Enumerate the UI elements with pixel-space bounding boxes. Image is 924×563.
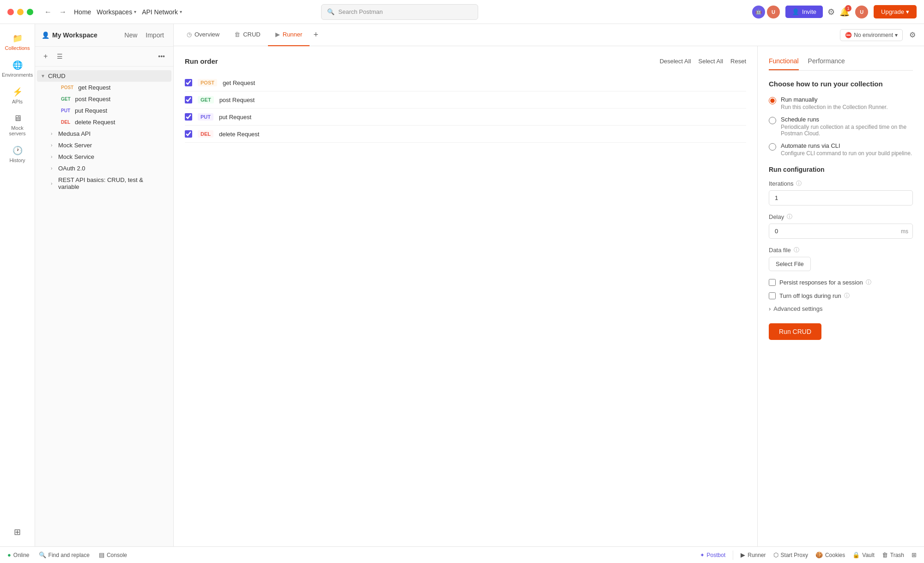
online-icon: ● bbox=[7, 551, 11, 558]
delay-group: Delay ⓘ ms bbox=[769, 213, 913, 239]
postbot-item[interactable]: ✦ Postbot bbox=[700, 552, 726, 558]
user-avatar[interactable]: U bbox=[854, 5, 869, 19]
config-tab-performance[interactable]: Performance bbox=[808, 57, 845, 70]
crud-tab-icon: 🗑 bbox=[234, 31, 240, 38]
data-file-info-icon[interactable]: ⓘ bbox=[794, 246, 799, 254]
radio-name-cli: Automate runs via CLI bbox=[781, 142, 912, 149]
persist-responses-group: Persist responses for a session ⓘ bbox=[769, 278, 913, 286]
tab-crud[interactable]: 🗑 CRUD bbox=[227, 24, 268, 46]
deselect-all-button[interactable]: Deselect All bbox=[660, 58, 691, 65]
online-status: ● Online bbox=[7, 551, 30, 558]
cookies-item[interactable]: 🍪 Cookies bbox=[815, 551, 845, 558]
radio-cli[interactable] bbox=[769, 143, 776, 151]
reset-button[interactable]: Reset bbox=[730, 58, 746, 65]
layout-item[interactable]: ⊞ bbox=[912, 551, 917, 558]
run-item-checkbox-4[interactable] bbox=[185, 130, 192, 138]
sidebar-item-environments[interactable]: 🌐 Environments bbox=[2, 56, 33, 81]
logs-info-icon[interactable]: ⓘ bbox=[844, 292, 850, 300]
tree-item-medusa-api[interactable]: › Medusa API bbox=[37, 128, 171, 139]
tree-item-oauth[interactable]: › OAuth 2.0 bbox=[37, 163, 171, 174]
radio-manual[interactable] bbox=[769, 97, 776, 104]
radio-text-schedule: Schedule runs Periodically run collectio… bbox=[781, 116, 913, 137]
delay-input[interactable] bbox=[769, 224, 913, 239]
runner-bottom-label: Runner bbox=[748, 552, 766, 558]
mock-servers-icon: 🖥 bbox=[13, 114, 22, 123]
iterations-info-icon[interactable]: ⓘ bbox=[796, 180, 802, 188]
radio-text-cli: Automate runs via CLI Configure CLI comm… bbox=[781, 142, 912, 157]
invite-icon: 👤 bbox=[792, 8, 799, 15]
select-file-button[interactable]: Select File bbox=[769, 257, 811, 271]
tree-item-put-request[interactable]: PUT put Request bbox=[37, 105, 171, 116]
minimize-button[interactable] bbox=[17, 9, 24, 15]
upgrade-button[interactable]: Upgrade ▾ bbox=[874, 5, 917, 18]
apis-label: APIs bbox=[12, 99, 23, 104]
search-bar[interactable]: 🔍 Search Postman bbox=[321, 4, 478, 20]
notifications-icon[interactable]: 🔔 1 bbox=[839, 7, 850, 17]
sidebar-item-collections[interactable]: 📁 Collections bbox=[2, 30, 33, 54]
sidebar-item-mock-servers[interactable]: 🖥 Mock servers bbox=[2, 110, 33, 140]
console-item[interactable]: ▤ Console bbox=[99, 551, 127, 558]
workspaces-nav[interactable]: Workspaces ▾ bbox=[97, 8, 136, 16]
radio-label-schedule[interactable]: Schedule runs Periodically run collectio… bbox=[769, 116, 913, 137]
search-placeholder: Search Postman bbox=[338, 8, 383, 15]
config-tab-functional[interactable]: Functional bbox=[769, 57, 799, 70]
tree-item-post-request[interactable]: GET post Request bbox=[37, 93, 171, 105]
method-badge-put: PUT bbox=[59, 108, 72, 114]
run-item-checkbox-2[interactable] bbox=[185, 96, 192, 103]
radio-label-cli[interactable]: Automate runs via CLI Configure CLI comm… bbox=[769, 142, 913, 157]
advanced-settings-link[interactable]: › Advanced settings bbox=[769, 305, 913, 312]
filter-button[interactable]: ☰ bbox=[54, 51, 66, 62]
run-crud-button[interactable]: Run CRUD bbox=[769, 323, 821, 340]
console-label: Console bbox=[107, 552, 127, 558]
home-nav[interactable]: Home bbox=[74, 8, 91, 16]
tree-item-mock-server[interactable]: › Mock Server bbox=[37, 139, 171, 151]
panel-toolbar: + ☰ ••• bbox=[35, 47, 173, 67]
sidebar-item-history[interactable]: 🕐 History bbox=[2, 142, 33, 167]
bottom-bar-right: ✦ Postbot ▶ Runner ⬡ Start Proxy 🍪 Cooki… bbox=[700, 551, 917, 560]
back-button[interactable]: ← bbox=[43, 6, 54, 18]
tree-item-rest-api-basics[interactable]: › REST API basics: CRUD, test & variable bbox=[37, 174, 171, 193]
env-settings-button[interactable]: ⚙ bbox=[906, 29, 918, 41]
tree-item-crud[interactable]: ▼ CRUD bbox=[37, 70, 171, 82]
radio-schedule[interactable] bbox=[769, 117, 776, 124]
delay-info-icon[interactable]: ⓘ bbox=[787, 213, 792, 221]
forward-button[interactable]: → bbox=[57, 6, 68, 18]
tree-item-label: REST API basics: CRUD, test & variable bbox=[58, 176, 165, 190]
tree-item-mock-service[interactable]: › Mock Service bbox=[37, 151, 171, 163]
start-proxy-item[interactable]: ⬡ Start Proxy bbox=[773, 551, 808, 558]
import-button[interactable]: Import bbox=[143, 30, 167, 41]
tab-overview[interactable]: ◷ Overview bbox=[179, 24, 227, 46]
maximize-button[interactable] bbox=[27, 9, 33, 15]
vault-icon: 🔒 bbox=[852, 551, 860, 558]
trash-item[interactable]: 🗑 Trash bbox=[882, 551, 904, 558]
persist-info-icon[interactable]: ⓘ bbox=[866, 278, 871, 286]
api-network-nav[interactable]: API Network ▾ bbox=[142, 8, 182, 16]
environment-selector[interactable]: ⛔ No environment ▾ bbox=[840, 29, 903, 41]
tree-item-get-request[interactable]: POST get Request bbox=[37, 82, 171, 93]
settings-icon[interactable]: ⚙ bbox=[827, 7, 835, 17]
invite-button[interactable]: 👤 Invite bbox=[785, 6, 823, 18]
add-tab-button[interactable]: + bbox=[310, 30, 322, 40]
vault-item[interactable]: 🔒 Vault bbox=[852, 551, 874, 558]
run-item-checkbox-3[interactable] bbox=[185, 113, 192, 121]
caret-icon: › bbox=[51, 143, 58, 148]
runner-content: Run order Deselect All Select All Reset … bbox=[174, 46, 924, 546]
select-all-button[interactable]: Select All bbox=[699, 58, 723, 65]
new-button[interactable]: New bbox=[122, 30, 140, 41]
tree-item-delete-request[interactable]: DEL delete Request bbox=[37, 116, 171, 128]
persist-responses-checkbox[interactable] bbox=[769, 279, 776, 286]
radio-label-manual[interactable]: Run manually Run this collection in the … bbox=[769, 96, 913, 110]
iterations-input[interactable] bbox=[769, 190, 913, 206]
find-replace-item[interactable]: 🔍 Find and replace bbox=[39, 551, 90, 558]
turn-off-logs-checkbox[interactable] bbox=[769, 292, 776, 299]
trash-icon: 🗑 bbox=[882, 551, 888, 558]
tab-runner[interactable]: ▶ Runner bbox=[268, 24, 310, 46]
config-title: Choose how to run your collection bbox=[769, 80, 913, 88]
sidebar-item-apis[interactable]: ⚡ APIs bbox=[2, 83, 33, 108]
sidebar-item-apps[interactable]: ⊞ bbox=[2, 523, 33, 541]
run-item-checkbox-1[interactable] bbox=[185, 79, 192, 86]
more-options-button[interactable]: ••• bbox=[155, 51, 168, 62]
add-collection-button[interactable]: + bbox=[41, 50, 50, 62]
runner-bottom-item[interactable]: ▶ Runner bbox=[741, 551, 766, 558]
close-button[interactable] bbox=[7, 9, 14, 15]
